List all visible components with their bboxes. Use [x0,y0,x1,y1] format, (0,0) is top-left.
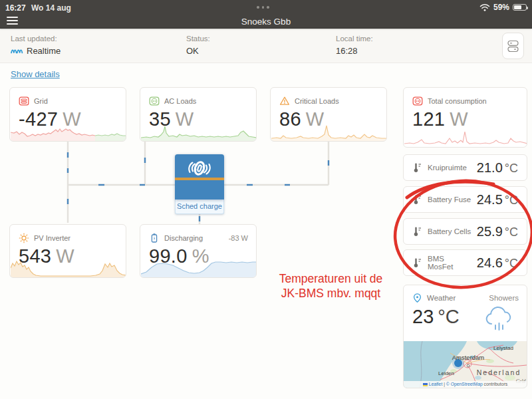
battery-icon [513,4,527,11]
device-status-label: Sched charge [175,200,224,214]
osm-link[interactable]: © OpenStreetMap [446,382,483,386]
map-attribution: Leaflet | © OpenStreetMap contributors [404,381,527,388]
thermometer-icon [412,226,422,237]
status-block: Status: OK [186,35,210,56]
thermometer-icon [412,257,422,268]
battery-discharging-icon [149,233,160,243]
temp-unit: °C [505,225,518,239]
temp-tile-battery-cells[interactable]: Battery Cells 25.9°C [403,218,527,245]
wifi-icon [479,3,490,11]
thermometer-icon [412,194,422,205]
page-title: Snoeks Gbb [0,17,532,27]
tile-grid[interactable]: Grid -427W [9,87,126,142]
temp-tile-battery-fuse[interactable]: Battery Fuse 24.5°C [403,186,527,213]
temp-tile-bms-mosfet[interactable]: BMS MosFet 24.6°C [403,249,527,276]
total-consumption-unit: W [450,108,468,130]
schematic-toggle-icon [507,39,519,53]
battery-percent: 59% [493,3,509,12]
temp-tile-kruipruimte[interactable]: Kruipruimte 21.0°C [403,154,527,181]
victron-logo-icon [182,160,217,177]
map-label-nederland: Nederland [477,368,521,376]
schematic-view-button[interactable] [502,33,524,59]
realtime-wave-icon [11,47,23,55]
grid-sparkline [11,124,126,141]
tile-label: Total consumption [428,97,487,105]
temp-label: Kruipruimte [428,164,471,172]
status-label: Status: [186,35,210,43]
tile-label: PV Inverter [34,234,70,242]
status-value: OK [186,46,199,56]
critical-loads-warning-icon [279,96,290,106]
temp-unit: °C [505,162,518,175]
temp-label: Battery Fuse [428,196,471,203]
attribution-contributors: contributors [484,382,508,386]
device-inverter[interactable]: Sched charge [175,154,224,214]
total-consumption-value: 121 [412,108,445,130]
weather-temp-value: 23 [412,306,434,327]
location-pin-icon [412,293,422,303]
temp-label: Battery Cells [428,227,471,235]
tile-critical-loads[interactable]: Critical Loads 86W [270,87,387,142]
discharging-power: -83 W [229,234,248,242]
tile-total-consumption[interactable]: Total consumption 121W [403,87,527,148]
ukraine-flag-icon [423,383,428,386]
app-header: 16:27 Wo 14 aug 59% Snoeks Gbb [0,0,532,29]
tile-label: AC Loads [164,97,196,105]
pv-inverter-sun-icon [19,233,29,243]
show-details-link[interactable]: Show details [11,69,60,79]
total-consumption-icon [412,96,423,106]
total-consumption-sparkline [404,128,527,147]
pv-inverter-sparkline [11,257,126,277]
grid-icon [19,96,29,106]
ac-loads-sparkline [141,124,257,141]
map-label-amsterdam: Amsterdam [452,354,485,361]
clock-time: 16:27 [5,3,26,13]
weather-temp-unit: °C [438,306,460,327]
discharging-sparkline [141,256,257,277]
tile-ac-loads[interactable]: AC Loads 35W [140,87,257,142]
tile-discharging[interactable]: Discharging -83 W 99.0% [140,224,257,278]
temp-value: 21.0 [477,160,503,175]
critical-loads-sparkline [271,124,387,141]
tile-label: Grid [34,97,48,105]
local-time-value: 16:28 [336,46,358,56]
temp-value: 24.5 [477,192,503,207]
temp-value: 25.9 [477,224,503,239]
temp-unit: °C [505,257,518,270]
last-updated-label: Last updated: [11,35,61,43]
thermometer-icon [412,162,422,173]
map-label-lelystad: Lelystad [493,345,513,351]
clock-date: Wo 14 aug [31,3,71,13]
map-label-leiden: Leiden [438,370,454,376]
vrm-dashboard: 16:27 Wo 14 aug 59% Snoeks Gbb Last upda… [0,0,532,399]
last-updated-value: Realtime [27,46,61,56]
local-time-block: Local time: 16:28 [336,35,373,56]
ac-loads-icon [149,96,160,106]
tile-label: Discharging [164,234,203,242]
weather-condition: Showers [489,294,519,302]
tile-weather[interactable]: Weather Showers 23°C [403,285,527,388]
temp-label: BMS MosFet [428,255,471,271]
rain-cloud-icon [483,303,517,336]
tile-label: Critical Loads [295,97,339,105]
weather-label: Weather [427,294,456,302]
temp-unit: °C [505,194,518,207]
tile-pv-inverter[interactable]: PV Inverter 543W [9,224,126,278]
attribution-divider: | [444,382,445,386]
local-time-label: Local time: [336,35,373,43]
multitask-dots-icon [257,6,269,9]
temp-value: 24.6 [477,255,503,270]
leaflet-link[interactable]: Leaflet [429,382,442,386]
last-updated-block: Last updated: Realtime [11,35,61,56]
info-bar: Last updated: Realtime Status: OK Local … [0,29,532,63]
location-map[interactable]: Lelystad Amsterdam Leiden Nederland Geld… [404,341,527,388]
